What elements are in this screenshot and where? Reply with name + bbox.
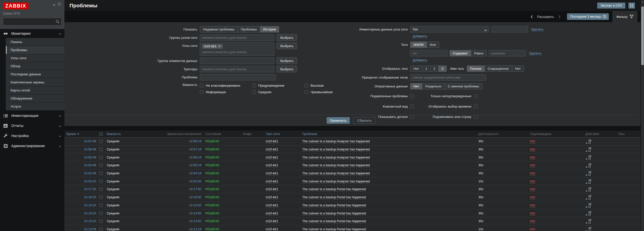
filter-tab[interactable]: Фильтр	[612, 11, 637, 22]
problem-link[interactable]: The cutover to a backup Portal has happe…	[302, 227, 366, 231]
tags-operator-andor[interactable]: И/ИЛИ	[410, 42, 427, 48]
actions-cell[interactable]: 22	[585, 187, 591, 192]
problem-time-link[interactable]: 14:53:49	[84, 172, 96, 175]
time-range-button[interactable]: Последние 3 месяца	[567, 13, 609, 20]
status-resolved-link[interactable]: РЕШЕНО	[205, 204, 219, 207]
recovery-time-link[interactable]: 14:13:50	[189, 219, 201, 223]
actions-cell[interactable]: 22	[585, 139, 591, 144]
problem-time-link[interactable]: 14:55:49	[84, 156, 96, 159]
apply-button[interactable]: Применить	[327, 117, 350, 124]
host-link[interactable]: m10-ldr1	[266, 140, 278, 143]
status-resolved-link[interactable]: РЕШЕНО	[205, 187, 219, 191]
acknowledged-link[interactable]: Нет	[530, 195, 535, 199]
actions-cell[interactable]: 22	[585, 195, 591, 200]
host-link[interactable]: m10-ldr1	[266, 219, 278, 223]
column-header-host[interactable]: Узел сети	[264, 132, 301, 136]
hosts-select-button[interactable]: Выбрать	[277, 43, 297, 49]
sidebar-section-monitoring[interactable]: Мониторинг	[0, 29, 64, 38]
problem-link[interactable]: The cutover to a backup Portal has happe…	[302, 204, 366, 207]
actions-cell[interactable]: 22	[585, 211, 591, 216]
collapse-sidebar-icon[interactable]: «	[53, 3, 55, 7]
time-back-button[interactable]	[528, 15, 536, 18]
problem-link[interactable]: The cutover to a backup Analyzer has hap…	[302, 180, 370, 183]
severity-checkbox[interactable]	[200, 90, 204, 94]
tag-name-shortened[interactable]: Сокращённое	[485, 66, 512, 72]
opdata-separately[interactable]: Раздельно	[422, 83, 445, 89]
search-input[interactable]	[3, 18, 61, 25]
acknowledged-link[interactable]: Нет	[530, 212, 535, 215]
status-resolved-link[interactable]: РЕШЕНО	[205, 140, 219, 143]
actions-cell[interactable]: 22	[585, 227, 591, 231]
host-groups-select-button[interactable]: Выбрать	[277, 34, 297, 41]
show-timeline-checkbox[interactable]	[474, 105, 478, 108]
problem-time-link[interactable]: 14:57:49	[84, 140, 96, 143]
problem-link[interactable]: The cutover to a backup Analyzer has hap…	[302, 172, 370, 175]
show-tags-2[interactable]: 2	[430, 66, 438, 72]
recovery-time-link[interactable]: 14:56:19	[189, 156, 201, 159]
sidebar-item-Последние данные[interactable]: Последние данные	[6, 70, 64, 78]
row-checkbox[interactable]	[99, 172, 103, 175]
row-checkbox[interactable]	[99, 204, 103, 207]
row-checkbox[interactable]	[99, 140, 103, 143]
inventory-add-link[interactable]: Добавить	[413, 34, 427, 38]
show-option-problems[interactable]: Проблемы	[238, 26, 260, 32]
acknowledged-link[interactable]: Нет	[530, 219, 535, 223]
column-header-time[interactable]: Время	[64, 132, 98, 136]
tags-operator-or[interactable]: Или	[427, 42, 439, 48]
host-link[interactable]: m10-ldr1	[266, 180, 278, 183]
host-link[interactable]: m10-ldr1	[266, 148, 278, 151]
opdata-none[interactable]: Нет	[410, 83, 422, 89]
inventory-type-select[interactable]: Тип	[410, 26, 489, 32]
problem-time-link[interactable]: 14:13:09	[84, 227, 96, 231]
status-resolved-link[interactable]: РЕШЕНО	[205, 148, 219, 151]
recovery-time-link[interactable]: 14:55:19	[189, 163, 201, 167]
row-checkbox[interactable]	[99, 163, 103, 167]
acknowledged-link[interactable]: Нет	[530, 180, 535, 183]
status-resolved-link[interactable]: РЕШЕНО	[205, 156, 219, 159]
show-option-history[interactable]: История	[260, 26, 279, 32]
severity-checkbox[interactable]	[252, 90, 256, 94]
host-link[interactable]: m10-ldr1	[266, 195, 278, 199]
sidebar-section-reports[interactable]: Отчеты	[0, 121, 64, 131]
inventory-value-input[interactable]	[491, 26, 528, 32]
scrollbar-thumb[interactable]	[641, 7, 644, 65]
acknowledged-link[interactable]: Нет	[530, 140, 535, 143]
recovery-time-link[interactable]: 14:16:50	[189, 195, 201, 199]
column-header-severity[interactable]: Важность	[104, 132, 164, 136]
actions-cell[interactable]: 22	[585, 163, 591, 168]
opdata-with-problem-name[interactable]: С именем проблемы	[445, 83, 482, 89]
item-group-select-button[interactable]: Выбрать	[277, 57, 297, 64]
acknowledged-link[interactable]: Нет	[530, 156, 535, 159]
acknowledged-link[interactable]: Нет	[530, 227, 535, 231]
row-checkbox[interactable]	[99, 212, 103, 215]
recovery-time-link[interactable]: 14:15:50	[189, 204, 201, 207]
search-icon[interactable]	[56, 20, 60, 24]
reset-button[interactable]: Сбросить	[353, 117, 376, 124]
status-resolved-link[interactable]: РЕШЕНО	[205, 163, 219, 167]
recovery-time-link[interactable]: 14:13:19	[189, 227, 201, 231]
sidebar-section-configuration[interactable]: Настройка	[0, 131, 64, 141]
problem-link[interactable]: The cutover to a backup Analyzer has hap…	[302, 156, 370, 159]
show-tags-3[interactable]: 3	[439, 66, 446, 72]
row-checkbox[interactable]	[99, 148, 103, 151]
row-checkbox[interactable]	[99, 227, 103, 231]
severity-checkbox[interactable]	[252, 84, 256, 87]
problem-time-link[interactable]: 14:53:20	[84, 180, 96, 183]
tag-name-full[interactable]: Полное	[467, 66, 485, 72]
vertical-scrollbar[interactable]: ▲	[641, 0, 644, 231]
problem-time-link[interactable]: 14:17:20	[84, 187, 96, 191]
sidebar-item-Панель[interactable]: Панель	[6, 38, 64, 46]
sidebar-item-Карты сетей[interactable]: Карты сетей	[6, 86, 64, 94]
kiosk-mode-button[interactable]	[628, 3, 635, 9]
tag-name-input[interactable]	[410, 50, 447, 56]
tag-value-input[interactable]	[489, 50, 526, 56]
sidebar-section-inventory[interactable]: Инвентаризация	[0, 111, 64, 121]
export-csv-button[interactable]: Экспорт в CSV	[597, 3, 625, 9]
tag-add-link[interactable]: Добавить	[413, 58, 427, 62]
actions-cell[interactable]: 22	[585, 171, 591, 176]
host-link[interactable]: m10-ldr1	[266, 187, 278, 191]
host-link[interactable]: m10-ldr1	[266, 204, 278, 207]
host-link[interactable]: m10-ldr1	[266, 172, 278, 175]
tag-priority-input[interactable]	[410, 74, 486, 81]
recovery-time-link[interactable]: 14:58:19	[189, 140, 201, 143]
